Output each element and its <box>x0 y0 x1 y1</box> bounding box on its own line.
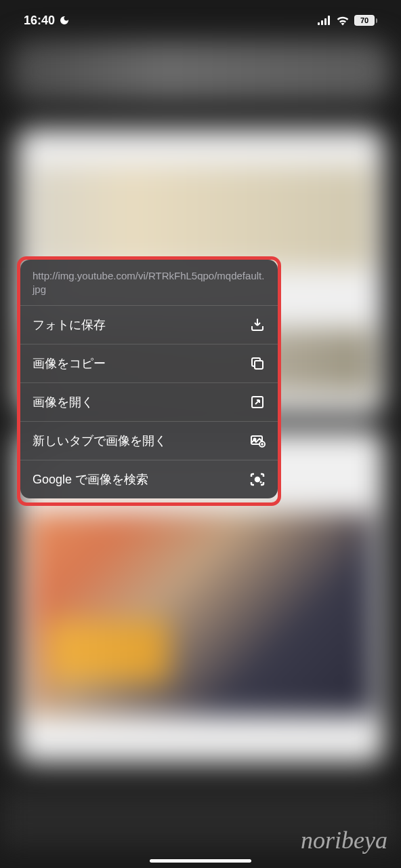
image-context-menu: http://img.youtube.com/vi/RTRkFhL5qpo/mq… <box>20 260 278 498</box>
svg-rect-2 <box>324 18 326 25</box>
watermark-text: noribeya <box>301 826 387 854</box>
open-image-new-tab-item[interactable]: 新しいタブで画像を開く <box>20 422 278 460</box>
svg-point-10 <box>260 481 262 483</box>
time-text: 16:40 <box>24 14 55 28</box>
svg-rect-0 <box>318 22 320 25</box>
cellular-signal-icon <box>318 15 331 26</box>
menu-item-label: フォトに保存 <box>33 317 106 333</box>
menu-item-label: 画像をコピー <box>33 355 106 372</box>
save-to-photos-item[interactable]: フォトに保存 <box>20 306 278 344</box>
home-indicator[interactable] <box>150 859 251 863</box>
menu-item-label: 新しいタブで画像を開く <box>33 433 167 449</box>
lens-icon <box>249 471 266 488</box>
status-bar: 16:40 70 <box>0 0 401 41</box>
do-not-disturb-icon <box>59 15 70 26</box>
svg-rect-4 <box>255 361 263 369</box>
context-menu-url: http://img.youtube.com/vi/RTRkFhL5qpo/mq… <box>20 260 278 306</box>
battery-percentage: 70 <box>355 16 374 25</box>
copy-icon <box>249 355 266 372</box>
svg-rect-3 <box>328 16 330 25</box>
open-external-icon <box>249 394 266 410</box>
menu-item-label: 画像を開く <box>33 394 93 410</box>
status-time: 16:40 <box>24 14 70 28</box>
menu-item-label: Google で画像を検索 <box>33 471 148 488</box>
download-icon <box>249 317 266 333</box>
open-image-item[interactable]: 画像を開く <box>20 383 278 422</box>
battery-indicator: 70 <box>354 15 377 26</box>
google-image-search-item[interactable]: Google で画像を検索 <box>20 460 278 498</box>
svg-point-9 <box>255 477 259 481</box>
copy-image-item[interactable]: 画像をコピー <box>20 344 278 383</box>
image-plus-icon <box>249 433 266 449</box>
svg-rect-1 <box>321 20 323 25</box>
wifi-icon <box>336 15 350 26</box>
status-indicators: 70 <box>318 15 377 26</box>
